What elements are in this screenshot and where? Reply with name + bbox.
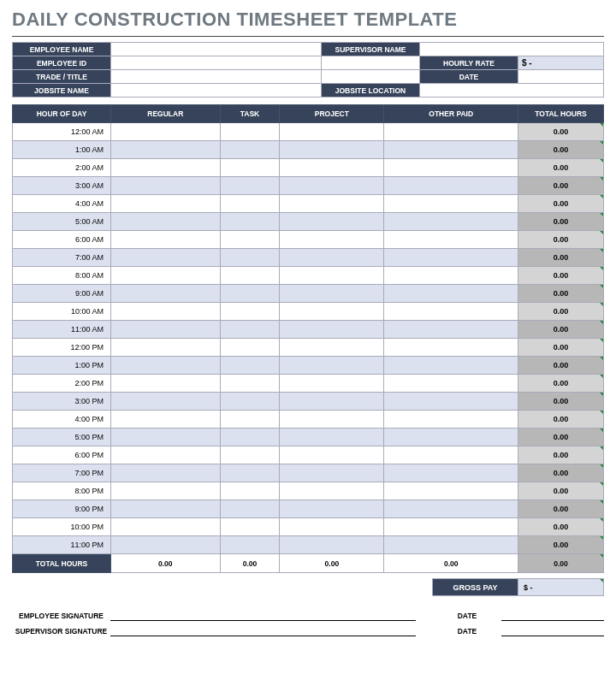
project-cell[interactable] <box>280 411 384 429</box>
project-cell[interactable] <box>280 357 384 375</box>
task-cell[interactable] <box>220 141 280 159</box>
other-cell[interactable] <box>384 518 518 536</box>
project-cell[interactable] <box>280 213 384 231</box>
other-cell[interactable] <box>384 141 518 159</box>
task-cell[interactable] <box>220 393 280 411</box>
regular-cell[interactable] <box>111 464 221 482</box>
project-cell[interactable] <box>280 141 384 159</box>
project-cell[interactable] <box>280 321 384 339</box>
project-cell[interactable] <box>280 267 384 285</box>
regular-cell[interactable] <box>111 303 221 321</box>
project-cell[interactable] <box>280 464 384 482</box>
task-cell[interactable] <box>220 482 280 500</box>
project-cell[interactable] <box>280 446 384 464</box>
regular-cell[interactable] <box>111 231 221 249</box>
other-cell[interactable] <box>384 464 518 482</box>
other-cell[interactable] <box>384 321 518 339</box>
jobsite-name-field[interactable] <box>111 84 322 98</box>
task-cell[interactable] <box>220 285 280 303</box>
regular-cell[interactable] <box>111 357 221 375</box>
date-field[interactable] <box>518 70 604 84</box>
regular-cell[interactable] <box>111 159 221 177</box>
employee-id-field[interactable] <box>111 56 322 70</box>
task-cell[interactable] <box>220 464 280 482</box>
regular-cell[interactable] <box>111 482 221 500</box>
employee-date-line[interactable] <box>501 605 604 620</box>
project-cell[interactable] <box>280 159 384 177</box>
task-cell[interactable] <box>220 500 280 518</box>
supervisor-name-field[interactable] <box>420 43 604 56</box>
project-cell[interactable] <box>280 177 384 195</box>
other-cell[interactable] <box>384 536 518 554</box>
hourly-rate-field[interactable]: $ - <box>518 56 604 70</box>
project-cell[interactable] <box>280 231 384 249</box>
other-cell[interactable] <box>384 267 518 285</box>
task-cell[interactable] <box>220 536 280 554</box>
task-cell[interactable] <box>220 213 280 231</box>
project-cell[interactable] <box>280 339 384 357</box>
regular-cell[interactable] <box>111 141 221 159</box>
trade-title-field[interactable] <box>111 70 322 84</box>
project-cell[interactable] <box>280 393 384 411</box>
regular-cell[interactable] <box>111 393 221 411</box>
other-cell[interactable] <box>384 482 518 500</box>
project-cell[interactable] <box>280 123 384 141</box>
project-cell[interactable] <box>280 249 384 267</box>
task-cell[interactable] <box>220 267 280 285</box>
project-cell[interactable] <box>280 482 384 500</box>
employee-signature-line[interactable] <box>110 605 416 620</box>
regular-cell[interactable] <box>111 321 221 339</box>
project-cell[interactable] <box>280 500 384 518</box>
task-cell[interactable] <box>220 195 280 213</box>
other-cell[interactable] <box>384 231 518 249</box>
regular-cell[interactable] <box>111 177 221 195</box>
regular-cell[interactable] <box>111 375 221 393</box>
task-cell[interactable] <box>220 411 280 429</box>
other-cell[interactable] <box>384 177 518 195</box>
other-cell[interactable] <box>384 303 518 321</box>
other-cell[interactable] <box>384 159 518 177</box>
regular-cell[interactable] <box>111 213 221 231</box>
regular-cell[interactable] <box>111 411 221 429</box>
project-cell[interactable] <box>280 195 384 213</box>
other-cell[interactable] <box>384 429 518 446</box>
task-cell[interactable] <box>220 357 280 375</box>
other-cell[interactable] <box>384 285 518 303</box>
regular-cell[interactable] <box>111 429 221 446</box>
other-cell[interactable] <box>384 339 518 357</box>
task-cell[interactable] <box>220 429 280 446</box>
other-cell[interactable] <box>384 195 518 213</box>
project-cell[interactable] <box>280 285 384 303</box>
regular-cell[interactable] <box>111 518 221 536</box>
other-cell[interactable] <box>384 393 518 411</box>
task-cell[interactable] <box>220 303 280 321</box>
regular-cell[interactable] <box>111 249 221 267</box>
other-cell[interactable] <box>384 357 518 375</box>
project-cell[interactable] <box>280 429 384 446</box>
project-cell[interactable] <box>280 303 384 321</box>
regular-cell[interactable] <box>111 285 221 303</box>
other-cell[interactable] <box>384 375 518 393</box>
other-cell[interactable] <box>384 446 518 464</box>
regular-cell[interactable] <box>111 339 221 357</box>
regular-cell[interactable] <box>111 500 221 518</box>
regular-cell[interactable] <box>111 123 221 141</box>
other-cell[interactable] <box>384 500 518 518</box>
task-cell[interactable] <box>220 249 280 267</box>
task-cell[interactable] <box>220 123 280 141</box>
task-cell[interactable] <box>220 231 280 249</box>
project-cell[interactable] <box>280 375 384 393</box>
project-cell[interactable] <box>280 536 384 554</box>
supervisor-date-line[interactable] <box>501 620 604 636</box>
regular-cell[interactable] <box>111 536 221 554</box>
regular-cell[interactable] <box>111 195 221 213</box>
jobsite-location-field[interactable] <box>420 84 604 98</box>
regular-cell[interactable] <box>111 446 221 464</box>
other-cell[interactable] <box>384 123 518 141</box>
task-cell[interactable] <box>220 321 280 339</box>
task-cell[interactable] <box>220 518 280 536</box>
project-cell[interactable] <box>280 518 384 536</box>
task-cell[interactable] <box>220 177 280 195</box>
other-cell[interactable] <box>384 411 518 429</box>
task-cell[interactable] <box>220 159 280 177</box>
